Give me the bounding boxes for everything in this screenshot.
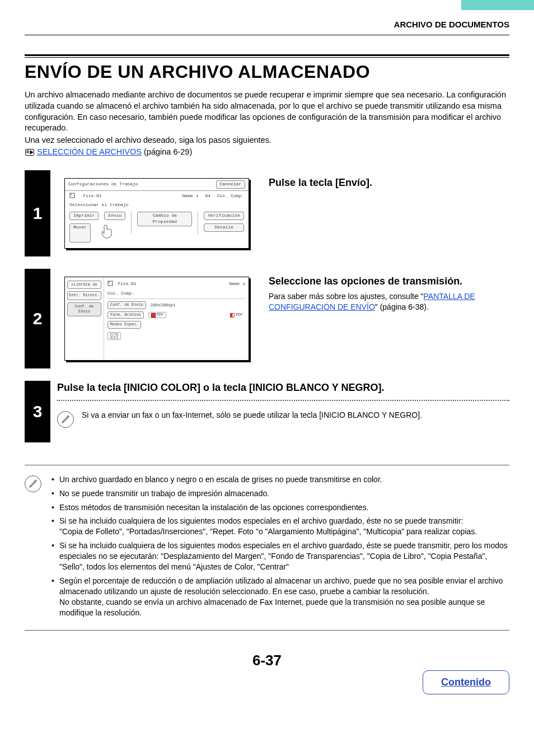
pencil-note-icon	[25, 475, 41, 492]
m2-side-conf: Conf. de Envío	[67, 302, 101, 316]
intro-ref: SELECCIÓN DE ARCHIVOS (página 6-29)	[25, 147, 509, 158]
m1-subtitle: Seleccionar el trabajo	[65, 201, 249, 209]
page-title: ENVÍO DE UN ARCHIVO ALMACENADO	[25, 60, 509, 84]
m1-detail-button: Detalle	[204, 223, 244, 232]
ref-tail: (página 6-29)	[142, 147, 192, 156]
m2-pdf1: PDF	[148, 312, 167, 318]
page-number: 6-37	[25, 651, 509, 670]
m1-file: file-01	[83, 193, 102, 199]
step-3-number: 3	[25, 381, 50, 442]
m1-verify-button: Verificación	[204, 212, 244, 220]
reference-icon	[25, 147, 35, 158]
intro-p2: Una vez seleccionado el archivo deseado,…	[25, 135, 509, 146]
step-1: 1 Configuraciones de Trabajo Cancelar fi…	[25, 170, 509, 256]
m1-sep2	[198, 212, 198, 234]
step-2-heading: Seleccione las opciones de transmisión.	[269, 274, 506, 288]
m2-file: file-01	[118, 281, 137, 287]
step-1-number: 1	[25, 170, 50, 256]
svg-rect-6	[111, 334, 118, 338]
m1-cancel-button: Cancelar	[216, 180, 245, 189]
m2-conf-button: Conf. de Envío	[107, 301, 146, 309]
section-tab	[461, 0, 534, 10]
m1-move-button: Mover	[69, 223, 91, 242]
m2-side-entr: Entr. Direcc.	[67, 291, 101, 300]
step-3-heading: Pulse la tecla [INICIO COLOR] o la tecla…	[57, 381, 509, 394]
m2-name: Name 1	[229, 281, 245, 287]
m1-send-button: Envío	[104, 212, 125, 220]
notes-rule-bottom	[25, 630, 509, 631]
svg-rect-3	[151, 313, 155, 317]
notes-rule-top	[25, 465, 509, 465]
toc-button[interactable]: Contenido	[423, 670, 509, 694]
m1-title: Configuraciones de Trabajo	[68, 181, 138, 188]
m1-name: Name 1	[182, 193, 199, 199]
m2-modos-button: Modos Espec.	[107, 321, 141, 328]
m2-mode: Col. Comp.	[107, 291, 134, 297]
file-icon	[69, 193, 76, 200]
pencil-note-icon	[57, 411, 74, 428]
m2-side-addr: ▸Libreta de	[67, 281, 101, 289]
m2-dpi: 200x200dpi	[151, 302, 176, 308]
m1-print-button: Imprimir	[69, 212, 99, 220]
note-2: No se puede transmitir un trabajo de imp…	[51, 488, 509, 499]
file-icon	[107, 281, 113, 288]
step-2-text: Para saber más sobre los ajustes, consul…	[269, 291, 506, 312]
m1-size: A4	[205, 193, 210, 199]
preview-icon	[107, 332, 121, 340]
step-2-number: 2	[25, 269, 50, 368]
step-2: 2 ▸Libreta de Entr. Direcc. Conf. de Env…	[25, 269, 509, 368]
note-5: Si se ha incluido cualquiera de los sigu…	[51, 540, 509, 572]
m1-prop-button: Cambio de Propiedad	[137, 212, 192, 226]
dotted-separator	[57, 400, 509, 401]
note-1: Un archivo guardado en blanco y negro o …	[51, 474, 509, 485]
note-4: Si se ha incluido cualquiera de los sigu…	[51, 516, 509, 537]
m1-sep	[131, 212, 132, 234]
step-2-screenshot: ▸Libreta de Entr. Direcc. Conf. de Envío…	[64, 277, 249, 361]
title-rule	[25, 54, 509, 56]
note-6: Según el porcentaje de reducción o de am…	[51, 576, 509, 618]
ref-link[interactable]: SELECCIÓN DE ARCHIVOS	[37, 147, 142, 156]
m1-mode: Col. Comp.	[217, 193, 244, 199]
section-header: ARCHIVO DE DOCUMENTOS	[25, 19, 509, 30]
step-1-heading: Pulse la tecla [Envío].	[269, 176, 506, 189]
step-1-screenshot: Configuraciones de Trabajo Cancelar file…	[64, 178, 249, 249]
hand-cursor-icon	[101, 223, 115, 242]
svg-rect-5	[231, 313, 233, 317]
title-rule-thin	[25, 57, 509, 58]
step-3: 3 Pulse la tecla [INICIO COLOR] o la tec…	[25, 381, 509, 442]
m2-form-button: Form. Archivo	[107, 311, 144, 319]
m2-pdf2: PDF	[228, 312, 245, 318]
rule	[25, 35, 509, 35]
note-3: Estos métodos de transmisión necesitan l…	[51, 502, 509, 513]
step-3-hint: Si va a enviar un fax o un fax-Internet,…	[82, 410, 422, 421]
intro-p1: Un archivo almacenado mediante archivo d…	[25, 90, 509, 133]
notes-list: Un archivo guardado en blanco y negro o …	[51, 474, 509, 622]
